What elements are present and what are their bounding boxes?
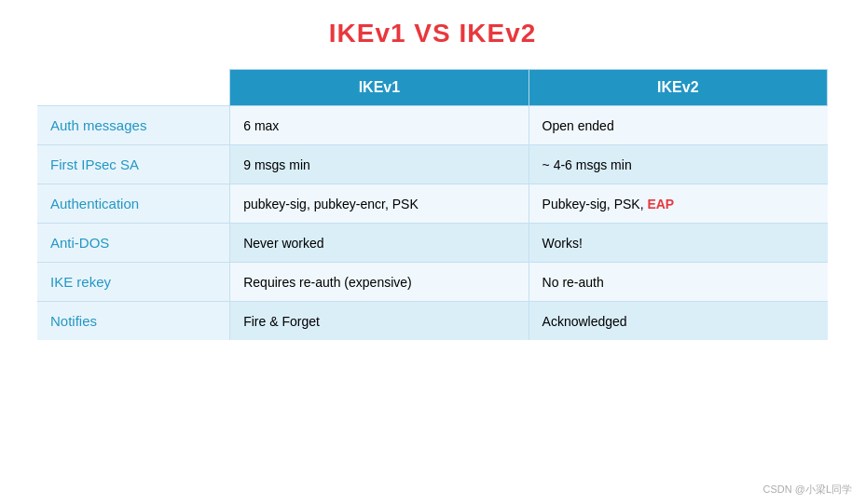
- table-row: Auth messages6 maxOpen ended: [37, 106, 828, 145]
- ikev2-value: ~ 4-6 msgs min: [529, 145, 827, 184]
- header-empty: [37, 70, 230, 106]
- page-title: IKEv1 VS IKEv2: [329, 19, 537, 48]
- table-row: Authenticationpubkey-sig, pubkey-encr, P…: [37, 184, 828, 224]
- ikev1-value: Requires re-auth (expensive): [230, 263, 529, 302]
- ikev1-value: Fire & Forget: [230, 302, 529, 341]
- watermark: CSDN @小梁L同学: [762, 483, 852, 497]
- table-row: IKE rekeyRequires re-auth (expensive)No …: [37, 263, 828, 302]
- header-ikev2: IKEv2: [529, 70, 827, 106]
- ikev2-value: Works!: [529, 224, 827, 263]
- feature-label: Notifies: [37, 302, 230, 341]
- feature-label: IKE rekey: [37, 263, 230, 302]
- feature-label: First IPsec SA: [37, 145, 230, 184]
- comparison-table: IKEv1 IKEv2 Auth messages6 maxOpen ended…: [37, 69, 828, 340]
- feature-label: Anti-DOS: [37, 224, 230, 263]
- ikev2-value: Open ended: [529, 106, 827, 145]
- table-row: NotifiesFire & ForgetAcknowledged: [37, 302, 828, 341]
- table-row: Anti-DOSNever workedWorks!: [37, 224, 828, 263]
- ikev1-value: pubkey-sig, pubkey-encr, PSK: [230, 184, 529, 224]
- ikev1-value: Never worked: [230, 224, 529, 263]
- ikev1-value: 9 msgs min: [230, 145, 529, 184]
- header-ikev1: IKEv1: [230, 70, 529, 106]
- ikev2-value: Pubkey-sig, PSK, EAP: [529, 184, 827, 224]
- ikev1-value: 6 max: [230, 106, 529, 145]
- feature-label: Auth messages: [37, 106, 230, 145]
- eap-highlight: EAP: [647, 197, 674, 211]
- table-row: First IPsec SA9 msgs min~ 4-6 msgs min: [37, 145, 828, 184]
- ikev2-value: Acknowledged: [529, 302, 827, 341]
- feature-label: Authentication: [37, 184, 230, 224]
- ikev2-value: No re-auth: [529, 263, 827, 302]
